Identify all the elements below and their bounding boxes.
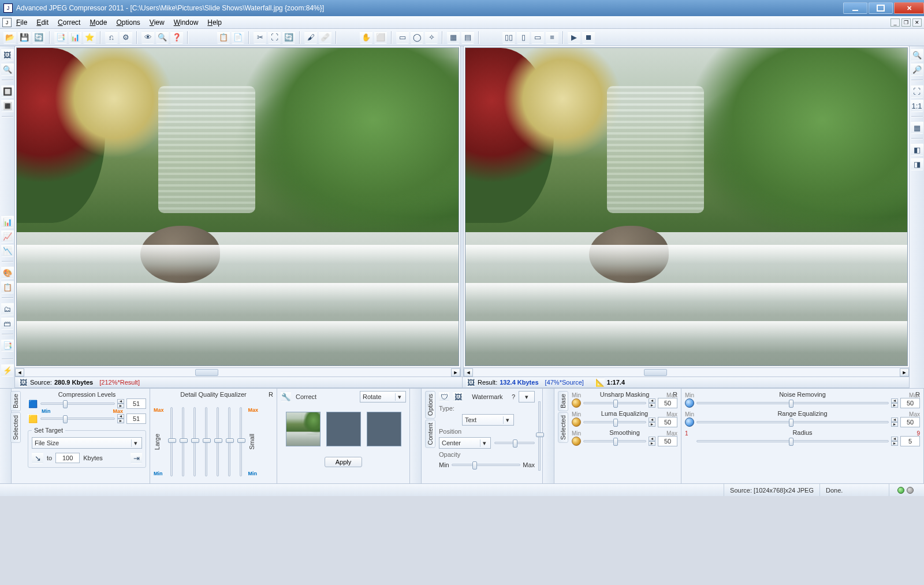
rside-mode2-button[interactable]: ◨	[911, 158, 923, 170]
close-button[interactable]	[894, 2, 924, 14]
wm-pos-dropdown[interactable]: Center▾	[439, 437, 491, 449]
tab-options[interactable]: Options	[425, 391, 435, 419]
comp2-step-right[interactable]: ►	[117, 419, 124, 423]
menu-options[interactable]: Options	[111, 17, 144, 28]
target-apply-icon[interactable]: ↘	[32, 452, 43, 464]
tab-base[interactable]: Base	[10, 391, 21, 411]
side-zoom-button[interactable]: 🔍	[1, 63, 14, 76]
smooth-slider[interactable]	[583, 440, 646, 442]
redeye-button[interactable]: 👁	[141, 31, 154, 44]
side-panel5-button[interactable]: 📋	[1, 281, 14, 293]
undo-button[interactable]: ⎌	[105, 31, 118, 44]
comp2-step-left[interactable]: ◄	[117, 414, 124, 419]
side-flash-button[interactable]: ⚡	[1, 364, 14, 377]
eq-band-5[interactable]	[217, 407, 219, 476]
radius-slider[interactable]	[696, 440, 889, 442]
source-image-view[interactable]	[16, 47, 459, 366]
wm-vslider[interactable]	[538, 401, 541, 471]
menu-correct[interactable]: Correct	[53, 17, 85, 28]
paste-button[interactable]: 📄	[232, 31, 244, 44]
save-button[interactable]: 💾	[18, 31, 31, 44]
menu-window[interactable]: Window	[169, 17, 203, 28]
region1-button[interactable]: ▦	[447, 31, 460, 44]
hand-button[interactable]: ✋	[360, 31, 372, 44]
side-compare2-button[interactable]: 🔳	[1, 99, 14, 112]
side-compare1-button[interactable]: 🔲	[1, 85, 14, 98]
wm-type-dropdown[interactable]: Text▾	[462, 414, 514, 426]
luma-value[interactable]: 50	[658, 417, 677, 427]
eq-band-2[interactable]	[182, 407, 184, 476]
unsharp-slider[interactable]	[583, 402, 646, 404]
region2-button[interactable]: ▤	[461, 31, 474, 44]
settings-button[interactable]: ⚙	[120, 31, 132, 44]
target-mode-dropdown[interactable]: File Size▾	[32, 437, 142, 449]
layout3-button[interactable]: ▭	[531, 31, 544, 44]
rotate-preview-3[interactable]	[367, 412, 401, 446]
target-go-button[interactable]: ⇥	[131, 452, 142, 464]
tab-base-2[interactable]: Base	[558, 391, 568, 411]
apply-button[interactable]: Apply	[325, 457, 363, 467]
menu-help[interactable]: Help	[203, 17, 226, 28]
side-panel4-button[interactable]: 🎨	[1, 266, 14, 279]
rotate-preview-1[interactable]	[286, 412, 321, 446]
side-panel2-button[interactable]: 📈	[1, 230, 14, 243]
minimize-button[interactable]	[843, 2, 867, 14]
maximize-button[interactable]	[869, 2, 893, 14]
noise-value[interactable]: 50	[900, 398, 920, 408]
tab-content[interactable]: Content	[425, 420, 435, 448]
open-button[interactable]: 📂	[3, 31, 16, 44]
mdi-restore-button[interactable]: ❐	[901, 18, 911, 27]
eq-band-1[interactable]	[170, 407, 173, 476]
layout2-button[interactable]: ▯	[517, 31, 530, 44]
menu-view[interactable]: View	[145, 17, 169, 28]
eq-band-4[interactable]	[205, 407, 207, 476]
menu-mode[interactable]: Mode	[85, 17, 111, 28]
rotate-preview-2[interactable]	[326, 412, 361, 446]
rside-fit-button[interactable]: ⛶	[911, 85, 923, 98]
side-panel1-button[interactable]: 📊	[1, 215, 14, 228]
pointer-button[interactable]: ⬜	[374, 31, 387, 44]
eq-band-7[interactable]	[240, 407, 242, 476]
menu-file[interactable]: File	[12, 17, 32, 28]
preview-button[interactable]: ▶	[568, 31, 580, 44]
range-slider[interactable]	[696, 421, 889, 423]
comp-slider-1[interactable]	[40, 403, 115, 405]
source-hscrollbar[interactable]: ◄►	[15, 367, 460, 377]
comp1-step-right[interactable]: ►	[117, 404, 124, 408]
mdi-minimize-button[interactable]: _	[891, 18, 900, 27]
smooth-value[interactable]: 50	[658, 436, 677, 446]
select-free-button[interactable]: ✧	[425, 31, 438, 44]
eraser-button[interactable]: 🩹	[319, 31, 331, 44]
rside-mode1-button[interactable]: ◧	[911, 143, 923, 156]
range-value[interactable]: 50	[900, 417, 920, 427]
result-hscrollbar[interactable]: ◄►	[464, 367, 909, 377]
wm-preset-dropdown[interactable]: ▾	[519, 391, 535, 403]
batch-button[interactable]: 📑	[54, 31, 67, 44]
stop-button[interactable]: ⏹	[582, 31, 595, 44]
radius-value[interactable]: 5	[900, 436, 920, 446]
rside-zoomout-button[interactable]: 🔎	[911, 63, 923, 76]
tab-selected-2[interactable]: Selected	[558, 412, 568, 443]
wm-pos-slider[interactable]	[494, 442, 535, 444]
side-panel8-button[interactable]: 📑	[1, 339, 14, 352]
rside-zoomin-button[interactable]: 🔍	[911, 49, 923, 61]
comp1-value[interactable]: 51	[126, 398, 146, 409]
target-value-input[interactable]: 100	[55, 453, 80, 463]
side-panel7-button[interactable]: 🗃	[1, 317, 14, 330]
side-panel6-button[interactable]: 🗂	[1, 303, 14, 315]
layout4-button[interactable]: ≡	[546, 31, 558, 44]
luma-slider[interactable]	[583, 421, 646, 423]
reload-button[interactable]: 🔄	[32, 31, 45, 44]
wm-opacity-slider[interactable]	[452, 464, 520, 466]
help-button[interactable]: ❓	[170, 31, 183, 44]
rotate-button[interactable]: 🔄	[282, 31, 295, 44]
select-rect-button[interactable]: ▭	[396, 31, 409, 44]
eq-band-6[interactable]	[228, 407, 230, 476]
comp-slider-2[interactable]	[40, 418, 115, 420]
result-image-view[interactable]	[465, 47, 908, 366]
resize-button[interactable]: ⛶	[268, 31, 281, 44]
tab-selected[interactable]: Selected	[10, 412, 21, 443]
correct-mode-dropdown[interactable]: Rotate▾	[360, 391, 406, 403]
rside-grid-button[interactable]: ▦	[911, 121, 923, 134]
comp2-value[interactable]: 51	[126, 413, 146, 424]
